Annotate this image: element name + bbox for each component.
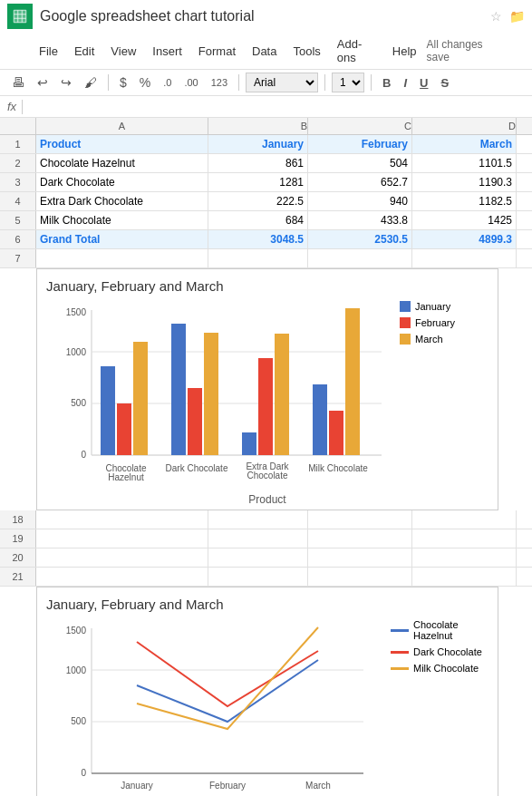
cell-b6[interactable]: 3048.5 (208, 230, 308, 248)
cell-a4[interactable]: Extra Dark Chocolate (36, 192, 208, 210)
table-row: 20 (0, 548, 532, 568)
bar-chart-x-label: Product (46, 493, 488, 506)
col-header-d[interactable]: D (412, 118, 517, 134)
row-number: 6 (0, 230, 36, 248)
legend-line-choc-hazelnut (391, 629, 409, 632)
font-size-selector[interactable]: 10 (332, 73, 364, 92)
cell-c2[interactable]: 504 (308, 154, 412, 172)
menu-view[interactable]: View (104, 42, 142, 61)
legend-item-milk-choc: Milk Chocolate (391, 663, 482, 674)
italic-button[interactable]: I (399, 74, 411, 92)
format-number-button[interactable]: 123 (207, 75, 232, 90)
cell-c3[interactable]: 652.7 (308, 173, 412, 191)
svg-text:March: March (305, 781, 331, 791)
line-chart-legend: ChocolateHazelnut Dark Chocolate Milk Ch… (391, 619, 482, 674)
menu-tools[interactable]: Tools (286, 42, 326, 61)
toolbar-separator (108, 74, 109, 91)
cell-a5[interactable]: Milk Chocolate (36, 211, 208, 229)
decimal-increase-button[interactable]: .00 (179, 75, 202, 90)
menu-edit[interactable]: Edit (68, 42, 101, 61)
redo-button[interactable]: ↪ (56, 73, 76, 92)
bar (329, 411, 343, 455)
toolbar-separator-3 (324, 74, 325, 91)
col-header-a[interactable]: A (36, 118, 208, 134)
menu-addons[interactable]: Add-ons (331, 34, 382, 67)
table-row: 6 Grand Total 3048.5 2530.5 4899.3 (0, 230, 532, 249)
spreadsheet: A B C D 1 Product January February March… (0, 118, 532, 268)
cell-d4[interactable]: 1182.5 (412, 192, 517, 210)
strikethrough-button[interactable]: S (437, 74, 454, 92)
table-row: 2 Chocolate Hazelnut 861 504 1101.5 (0, 154, 532, 173)
table-row: 7 (0, 249, 532, 268)
bar-chart-title: January, February and March (46, 278, 488, 294)
cell-d3[interactable]: 1190.3 (412, 173, 517, 191)
legend-item-choc-hazelnut: ChocolateHazelnut (391, 619, 482, 641)
title-bar: Google spreadsheet chart tutorial ☆ 📁 (0, 0, 532, 33)
legend-label-choc-hazelnut: ChocolateHazelnut (413, 619, 459, 641)
bar (188, 388, 202, 455)
font-family-selector[interactable]: Arial (246, 73, 318, 92)
app-icon (7, 4, 33, 29)
cell-b7[interactable] (208, 249, 308, 267)
autosave-status: All changes save (427, 38, 499, 63)
currency-button[interactable]: $ (115, 73, 131, 92)
svg-text:Milk Chocolate: Milk Chocolate (308, 463, 368, 473)
folder-icon[interactable]: 📁 (509, 9, 525, 24)
cell-b3[interactable]: 1281 (208, 173, 308, 191)
row-number: 18 (0, 510, 36, 529)
col-header-c[interactable]: C (308, 118, 412, 134)
svg-text:Dark Chocolate: Dark Chocolate (166, 463, 228, 473)
legend-color-march (400, 334, 411, 345)
cell-a7[interactable] (36, 249, 208, 267)
legend-label-march: March (415, 334, 443, 345)
cell-c5[interactable]: 433.8 (308, 211, 412, 229)
legend-color-february (400, 317, 411, 328)
cell-d2[interactable]: 1101.5 (412, 154, 517, 172)
cell-b2[interactable]: 861 (208, 154, 308, 172)
legend-line-dark-choc (391, 651, 409, 654)
column-headers: A B C D (0, 118, 532, 135)
formula-input[interactable] (28, 101, 525, 113)
undo-button[interactable]: ↩ (33, 73, 53, 92)
cell-b1[interactable]: January (208, 135, 308, 153)
cell-d1[interactable]: March (412, 135, 517, 153)
bold-button[interactable]: B (378, 74, 395, 92)
menu-data[interactable]: Data (246, 42, 283, 61)
cell-c1[interactable]: February (308, 135, 412, 153)
cell-d5[interactable]: 1425 (412, 211, 517, 229)
svg-text:Hazelnut: Hazelnut (108, 472, 144, 482)
legend-label-february: February (415, 317, 455, 328)
bar (101, 366, 115, 455)
cell-c4[interactable]: 940 (308, 192, 412, 210)
cell-d7[interactable] (412, 249, 517, 267)
col-header-b[interactable]: B (208, 118, 308, 134)
cell-c7[interactable] (308, 249, 412, 267)
line-choc-hazelnut (137, 660, 318, 722)
cell-d6[interactable]: 4899.3 (412, 230, 517, 248)
underline-button[interactable]: U (415, 74, 432, 92)
percent-button[interactable]: % (135, 73, 155, 92)
cell-a2[interactable]: Chocolate Hazelnut (36, 154, 208, 172)
menu-insert[interactable]: Insert (146, 42, 189, 61)
chart-legend: January February March (400, 301, 455, 345)
row-number: 1 (0, 135, 36, 153)
cell-a1[interactable]: Product (36, 135, 208, 153)
spreadsheet-lower: 18 19 20 21 (0, 510, 532, 587)
cell-a6[interactable]: Grand Total (36, 230, 208, 248)
paint-format-button[interactable]: 🖌 (80, 73, 102, 92)
row-num-header (0, 118, 36, 134)
cell-c6[interactable]: 2530.5 (308, 230, 412, 248)
cell-a3[interactable]: Dark Chocolate (36, 173, 208, 191)
menu-format[interactable]: Format (192, 42, 242, 61)
toolbar-separator-4 (371, 74, 372, 91)
menu-bar: File Edit View Insert Format Data Tools … (0, 33, 532, 70)
star-icon[interactable]: ☆ (490, 9, 502, 24)
formula-bar: fx (0, 96, 532, 118)
cell-b4[interactable]: 222.5 (208, 192, 308, 210)
decimal-decrease-button[interactable]: .0 (159, 75, 176, 90)
cell-b5[interactable]: 684 (208, 211, 308, 229)
print-button[interactable]: 🖶 (7, 73, 29, 92)
menu-file[interactable]: File (33, 42, 64, 61)
line-chart-title: January, February and March (46, 597, 488, 612)
menu-help[interactable]: Help (386, 42, 423, 61)
